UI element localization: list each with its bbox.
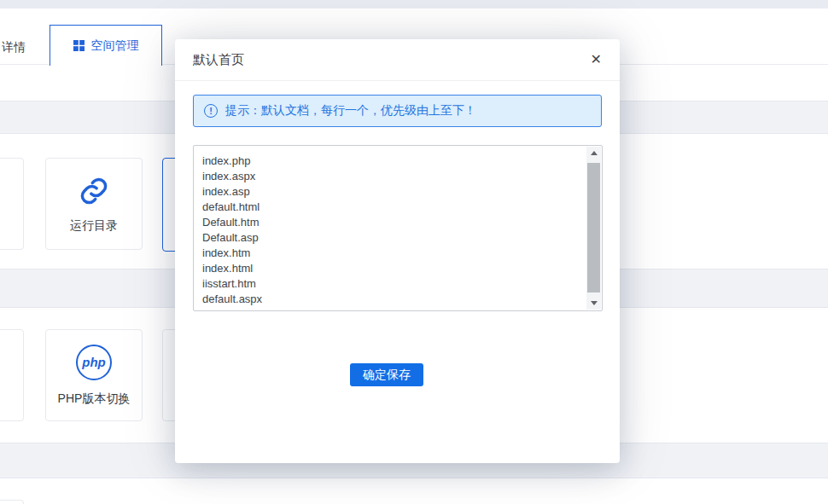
- grid-icon: [73, 40, 85, 51]
- card-php-version-switch[interactable]: php PHP版本切换: [45, 329, 143, 421]
- default-docs-content: index.php index.aspx index.asp default.h…: [194, 146, 602, 311]
- scrollbar-down-arrow[interactable]: [586, 297, 601, 310]
- default-docs-textarea[interactable]: index.php index.aspx index.asp default.h…: [193, 145, 603, 311]
- card-partial-left-row1[interactable]: [0, 158, 24, 250]
- textarea-scrollbar[interactable]: [586, 147, 601, 310]
- top-bar: [0, 0, 828, 9]
- tab-space-management-label: 空间管理: [91, 38, 139, 54]
- triangle-up-icon: [591, 151, 598, 155]
- tab-detail-label: 详情: [2, 40, 26, 54]
- close-icon[interactable]: ✕: [591, 53, 602, 67]
- card-run-directory-label: 运行目录: [70, 218, 118, 234]
- card-run-directory[interactable]: 运行目录: [45, 158, 143, 250]
- tab-detail[interactable]: 详情: [2, 40, 26, 55]
- tip-alert: ! 提示：默认文档，每行一个，优先级由上至下！: [193, 95, 602, 127]
- tip-text: 提示：默认文档，每行一个，优先级由上至下！: [225, 103, 476, 119]
- tab-space-management[interactable]: 空间管理: [50, 25, 162, 66]
- php-icon: php: [76, 345, 112, 380]
- card-partial-left-row3[interactable]: [0, 500, 24, 504]
- card-php-version-switch-label: PHP版本切换: [58, 391, 131, 407]
- triangle-down-icon: [591, 301, 598, 305]
- modal-header: 默认首页 ✕: [175, 39, 620, 81]
- scrollbar-thumb[interactable]: [587, 163, 600, 293]
- card-partial-left-row2[interactable]: [0, 329, 24, 421]
- default-homepage-modal: 默认首页 ✕ ! 提示：默认文档，每行一个，优先级由上至下！ index.php…: [175, 39, 620, 463]
- link-icon: [78, 175, 110, 207]
- scrollbar-up-arrow[interactable]: [586, 147, 601, 159]
- confirm-save-button[interactable]: 确定保存: [350, 363, 423, 386]
- space-management-page: 详情 空间管理 运行目录 php PHP版本切换 默认首页 ✕: [0, 0, 828, 504]
- exclamation-circle-icon: !: [204, 104, 218, 118]
- modal-title: 默认首页: [193, 52, 244, 68]
